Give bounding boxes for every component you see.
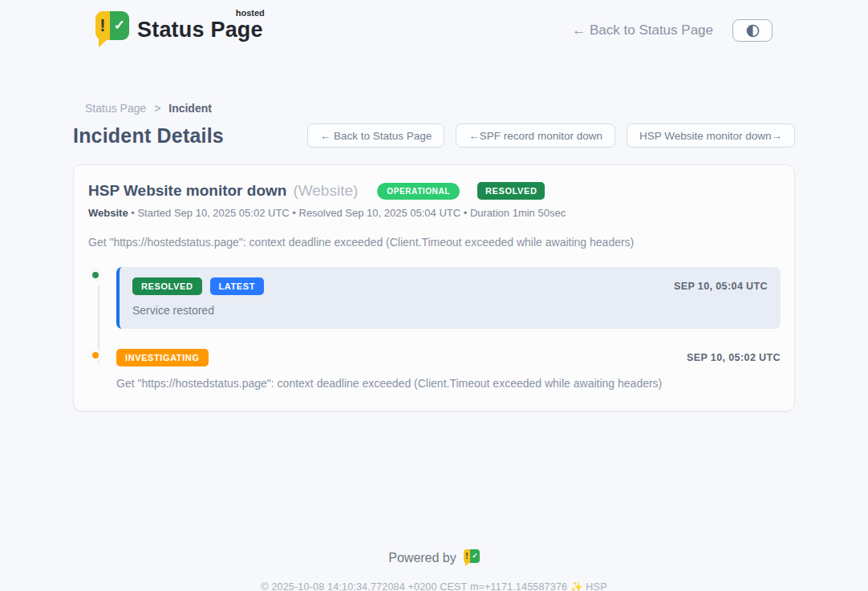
theme-toggle-button[interactable] xyxy=(732,19,773,42)
next-incident-button[interactable]: HSP Website monitor down→ xyxy=(627,123,795,148)
timeline-message: Service restored xyxy=(132,304,768,317)
resolved-badge: RESOLVED xyxy=(477,182,546,200)
operational-badge: OPERATIONAL xyxy=(377,183,460,200)
check-icon: ✓ xyxy=(110,11,129,40)
breadcrumb-root[interactable]: Status Page xyxy=(85,102,146,115)
resolved-status-badge: RESOLVED xyxy=(132,277,202,295)
incident-component: Website xyxy=(88,207,128,219)
powered-by: Powered by ! ✓ xyxy=(73,549,795,567)
timeline-timestamp: SEP 10, 05:04 UTC xyxy=(674,281,768,292)
top-bar: ! ✓ Status Page hosted ← Back to Status … xyxy=(73,0,795,50)
timeline-dot-green xyxy=(89,269,102,281)
exclaim-icon: ! xyxy=(95,11,110,40)
incident-title: HSP Website monitor down xyxy=(88,182,286,200)
latest-badge: LATEST xyxy=(210,277,265,295)
brand-logo[interactable]: ! ✓ Status Page hosted xyxy=(95,11,263,50)
heading-row: Incident Details ← Back to Status Page ←… xyxy=(73,123,795,148)
back-to-status-page-button[interactable]: ← Back to Status Page xyxy=(307,123,445,148)
incident-nav-buttons: ← Back to Status Page ←SPF record monito… xyxy=(307,123,795,148)
bubble-tail xyxy=(99,38,108,47)
incident-timeline: RESOLVED LATEST SEP 10, 05:04 UTC Servic… xyxy=(87,267,781,390)
investigating-status-badge: INVESTIGATING xyxy=(116,349,209,366)
exclaim-icon: ! xyxy=(464,549,470,563)
powered-by-label: Powered by xyxy=(388,551,456,565)
incident-description: Get "https://hostedstatus.page": context… xyxy=(87,236,781,249)
check-icon: ✓ xyxy=(470,549,480,563)
half-circle-theme-icon xyxy=(746,24,760,38)
bubble-tail xyxy=(465,562,470,566)
incident-scope: (Website) xyxy=(293,182,358,200)
timeline-message: Get "https://hostedstatus.page": context… xyxy=(116,377,781,390)
breadcrumb-separator: > xyxy=(154,102,160,115)
incident-meta-text: • Started Sep 10, 2025 05:02 UTC • Resol… xyxy=(128,207,566,219)
timeline-update-plain: INVESTIGATING SEP 10, 05:02 UTC Get "htt… xyxy=(116,347,781,390)
page-container: ! ✓ Status Page hosted ← Back to Status … xyxy=(73,0,795,591)
brand-mini-logo-icon[interactable]: ! ✓ xyxy=(464,549,480,567)
breadcrumb: Status Page > Incident xyxy=(85,102,795,115)
page-title: Incident Details xyxy=(73,124,224,148)
header-back-link[interactable]: ← Back to Status Page xyxy=(572,22,713,38)
timeline-update-card: RESOLVED LATEST SEP 10, 05:04 UTC Servic… xyxy=(116,267,781,329)
footer: Powered by ! ✓ © 2025-10-08 14:10:34.772… xyxy=(73,549,795,591)
brand-superscript: hosted xyxy=(236,8,265,18)
incident-card: HSP Website monitor down (Website) OPERA… xyxy=(73,164,795,411)
timeline-entry-resolved: RESOLVED LATEST SEP 10, 05:04 UTC Servic… xyxy=(87,267,781,329)
timeline-entry-investigating: INVESTIGATING SEP 10, 05:02 UTC Get "htt… xyxy=(87,347,781,390)
breadcrumb-current: Incident xyxy=(168,102,212,115)
brand-name: Status Page xyxy=(137,18,263,42)
timeline-dot-orange xyxy=(89,349,102,362)
copyright-line: © 2025-10-08 14:10:34.772084 +0200 CEST … xyxy=(73,581,795,591)
prev-incident-button[interactable]: ←SPF record monitor down xyxy=(456,123,615,148)
timeline-timestamp: SEP 10, 05:02 UTC xyxy=(687,352,781,363)
brand-logo-icon: ! ✓ xyxy=(95,11,129,50)
incident-meta: Website • Started Sep 10, 2025 05:02 UTC… xyxy=(87,207,781,219)
